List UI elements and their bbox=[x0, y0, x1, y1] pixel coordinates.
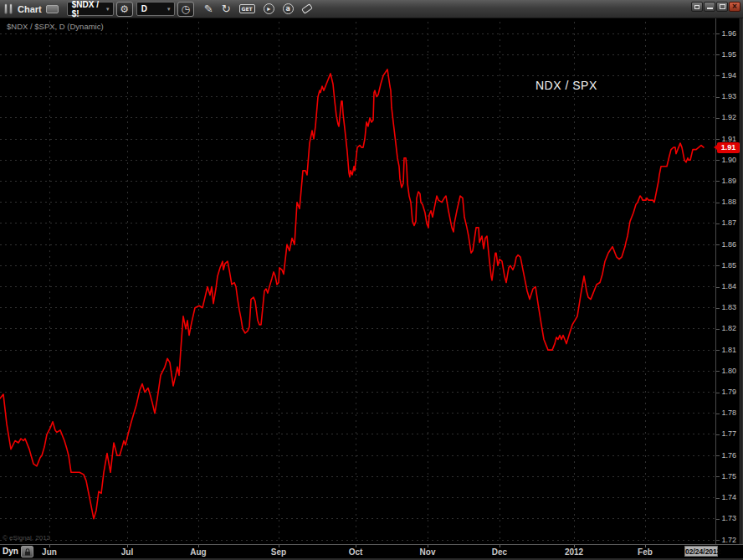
get-quote-icon[interactable]: GET bbox=[239, 4, 255, 13]
x-axis-label: 2012 bbox=[557, 547, 591, 557]
y-axis-label: 1.87 bbox=[721, 218, 736, 228]
symbol-input[interactable]: $NDX / $! ▼ bbox=[67, 2, 114, 16]
y-axis-tick bbox=[716, 308, 720, 309]
y-axis-tick bbox=[716, 476, 720, 477]
lock-icon bbox=[24, 548, 31, 556]
y-axis-label: 1.82 bbox=[721, 324, 736, 333]
x-axis-label: Oct bbox=[339, 547, 372, 557]
toolbar: Chart $NDX / $! ▼ ⚙ D ▼ ◷ ✎↻GET▸a × bbox=[0, 0, 743, 18]
y-axis-tick bbox=[716, 350, 720, 351]
y-axis-label: 1.96 bbox=[721, 29, 736, 39]
x-axis-label: Sep bbox=[262, 547, 295, 557]
interval-input[interactable]: D ▼ bbox=[136, 2, 175, 16]
gear-icon: ⚙ bbox=[120, 3, 129, 15]
y-axis-label: 1.77 bbox=[721, 429, 736, 439]
instrument-label: $NDX / $SPX, D (Dynamic) bbox=[7, 22, 104, 31]
y-axis-tick bbox=[716, 455, 720, 456]
y-axis-tick bbox=[716, 33, 720, 34]
y-axis-tick bbox=[716, 223, 720, 224]
y-axis-label: 1.90 bbox=[721, 156, 736, 165]
y-axis[interactable]: 1.721.731.741.751.761.771.781.791.801.81… bbox=[715, 18, 740, 544]
x-axis-label: Jun bbox=[33, 547, 66, 557]
x-axis-label: Aug bbox=[182, 547, 215, 557]
window-grip-icon[interactable] bbox=[4, 3, 13, 14]
draw-pencil-icon[interactable]: ✎ bbox=[204, 3, 213, 15]
y-axis-label: 1.78 bbox=[721, 408, 736, 418]
y-axis-label: 1.73 bbox=[721, 514, 736, 523]
x-axis-label: Feb bbox=[628, 547, 662, 557]
y-axis-tick bbox=[716, 434, 720, 435]
chart-tab-badge-icon[interactable] bbox=[46, 5, 59, 13]
symbol-value: $NDX / $! bbox=[72, 0, 102, 18]
esignal-watermark: © eSignal, 2012 bbox=[3, 534, 50, 542]
y-axis-tick bbox=[716, 97, 720, 98]
tool-icons: ✎↻GET▸a bbox=[204, 3, 312, 15]
y-axis-tick bbox=[716, 181, 720, 182]
price-line-chart bbox=[0, 18, 715, 544]
current-price-badge: 1.91 bbox=[717, 142, 740, 153]
y-axis-tick bbox=[716, 160, 720, 161]
y-axis-tick bbox=[716, 75, 720, 76]
y-axis-tick bbox=[716, 393, 720, 393]
lock-button[interactable] bbox=[21, 546, 33, 557]
x-axis-label: Jul bbox=[110, 547, 144, 557]
y-axis-tick bbox=[716, 414, 720, 414]
symbol-settings-button[interactable]: ⚙ bbox=[116, 2, 133, 17]
y-axis-tick bbox=[716, 118, 720, 119]
y-axis-tick bbox=[716, 203, 720, 203]
y-axis-label: 1.94 bbox=[721, 71, 736, 80]
y-axis-label: 1.85 bbox=[721, 261, 736, 270]
y-axis-label: 1.86 bbox=[721, 240, 736, 249]
y-axis-tick bbox=[716, 519, 720, 520]
chart-plot[interactable]: $NDX / $SPX, D (Dynamic) NDX / SPX © eSi… bbox=[0, 18, 715, 544]
y-axis-tick bbox=[716, 244, 720, 245]
window-controls: × bbox=[691, 2, 740, 12]
chevron-down-icon[interactable]: ▼ bbox=[167, 7, 172, 12]
y-axis-tick bbox=[716, 139, 720, 140]
chart-window: Chart $NDX / $! ▼ ⚙ D ▼ ◷ ✎↻GET▸a × $NDX… bbox=[0, 0, 743, 560]
close-button[interactable]: × bbox=[729, 2, 740, 12]
y-axis-label: 1.84 bbox=[721, 282, 736, 291]
y-axis-tick bbox=[716, 540, 720, 541]
x-axis-label: Dec bbox=[483, 547, 516, 557]
popout-button[interactable] bbox=[691, 2, 703, 12]
y-axis-label: 1.75 bbox=[721, 472, 736, 481]
auto-icon[interactable]: a bbox=[283, 3, 294, 14]
y-axis-tick bbox=[716, 54, 720, 55]
play-icon[interactable]: ▸ bbox=[264, 3, 274, 14]
y-axis-label: 1.83 bbox=[721, 303, 736, 312]
y-axis-tick bbox=[716, 498, 720, 499]
y-axis-label: 1.88 bbox=[721, 198, 736, 207]
y-axis-label: 1.92 bbox=[721, 113, 736, 122]
window-title: Chart bbox=[18, 4, 42, 14]
y-axis-label: 1.80 bbox=[721, 367, 736, 376]
x-axis[interactable]: Dyn 02/24/2012 JunJulAugSepOctNovDec2012… bbox=[0, 544, 743, 558]
x-axis-label: Nov bbox=[411, 547, 444, 557]
y-axis-label: 1.89 bbox=[721, 177, 736, 186]
clock-icon: ◷ bbox=[181, 3, 189, 15]
minimize-button[interactable] bbox=[704, 2, 715, 12]
dyn-label: Dyn bbox=[3, 547, 18, 556]
eraser-icon[interactable] bbox=[301, 3, 313, 14]
y-axis-label: 1.72 bbox=[721, 536, 736, 545]
y-axis-label: 1.81 bbox=[721, 346, 736, 355]
y-axis-tick bbox=[716, 287, 720, 288]
y-axis-tick bbox=[716, 265, 720, 266]
y-axis-label: 1.93 bbox=[721, 92, 736, 101]
y-axis-tick bbox=[716, 329, 720, 330]
chevron-down-icon[interactable]: ▼ bbox=[105, 7, 110, 12]
y-axis-label: 1.76 bbox=[721, 451, 736, 460]
last-date-stamp: 02/24/2012 bbox=[684, 546, 718, 557]
y-axis-label: 1.79 bbox=[721, 388, 736, 397]
y-axis-label: 1.74 bbox=[721, 493, 736, 502]
reload-icon[interactable]: ↻ bbox=[222, 3, 231, 15]
maximize-button[interactable] bbox=[716, 2, 728, 12]
interval-value: D bbox=[141, 4, 147, 13]
y-axis-tick bbox=[716, 371, 720, 372]
chart-annotation: NDX / SPX bbox=[535, 79, 597, 92]
time-interval-button[interactable]: ◷ bbox=[177, 2, 194, 17]
y-axis-label: 1.95 bbox=[721, 50, 736, 59]
